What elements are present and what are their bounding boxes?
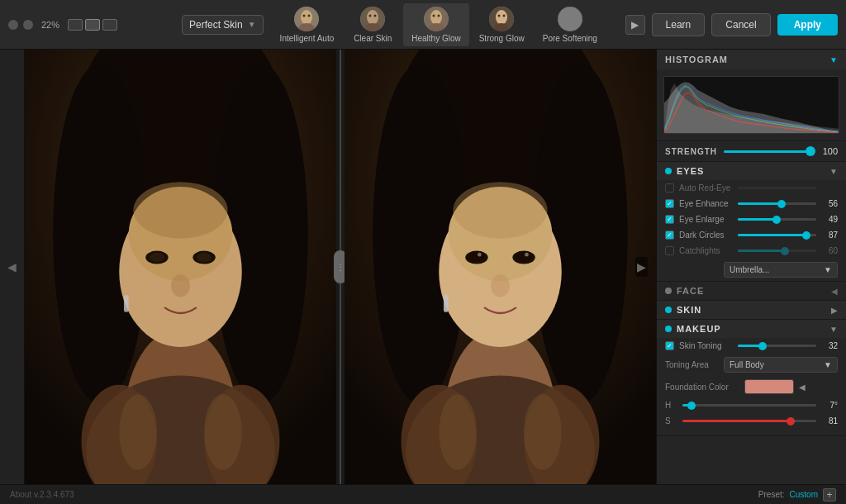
face-section: FACE ◀: [657, 282, 846, 301]
preset-clear-skin[interactable]: Clear Skin: [344, 3, 402, 46]
preset-intelligent-auto[interactable]: Intelligent Auto: [272, 3, 343, 46]
current-preset-name: Perfect Skin: [189, 19, 243, 31]
split-divider[interactable]: ⋮: [340, 50, 341, 484]
learn-button[interactable]: Learn: [652, 13, 706, 36]
toning-area-dropdown[interactable]: Full Body ▼: [724, 357, 838, 373]
auto-red-eye-checkbox[interactable]: [665, 183, 674, 193]
svg-point-54: [478, 253, 482, 257]
view-compare-icon[interactable]: [102, 19, 117, 31]
skin-arrow: ▶: [831, 306, 838, 315]
histogram-header[interactable]: HISTOGRAM ▼: [657, 50, 846, 69]
makeup-indicator: [665, 326, 672, 332]
strength-slider-fill: [724, 150, 810, 153]
eye-enlarge-label: Eye Enlarge: [679, 215, 733, 224]
catchlights-dropdown-arrow: ▼: [824, 265, 832, 274]
processed-photo-svg: [345, 50, 656, 484]
left-arrow-icon[interactable]: ◀: [7, 260, 17, 273]
skin-toning-checkbox[interactable]: ✓: [665, 341, 674, 350]
apply-button[interactable]: Apply: [777, 14, 838, 36]
cancel-button[interactable]: Cancel: [711, 13, 770, 36]
toning-area-label: Toning Area: [665, 360, 719, 369]
svg-point-31: [150, 253, 164, 262]
eye-enhance-row: ✓ Eye Enhance 56: [657, 196, 846, 212]
skin-header[interactable]: SKIN ▶: [657, 301, 846, 319]
preset-healthy-glow-label: Healthy Glow: [411, 34, 460, 43]
preset-strong-glow[interactable]: Strong Glow: [471, 3, 533, 46]
foundation-color-label: Foundation Color: [665, 383, 739, 392]
preset-strong-glow-icon: [489, 7, 514, 31]
eye-enlarge-checkbox[interactable]: ✓: [665, 215, 674, 224]
svg-point-33: [171, 274, 190, 297]
eyes-header[interactable]: EYES ▼: [657, 162, 846, 180]
eye-enhance-slider[interactable]: [738, 202, 816, 205]
view-split-icon[interactable]: [85, 19, 100, 31]
preset-label: Preset:: [758, 490, 785, 499]
svg-point-1: [301, 10, 312, 25]
svg-point-8: [369, 14, 372, 17]
dark-circles-slider[interactable]: [738, 234, 816, 236]
h-value: 7°: [821, 401, 838, 410]
preset-clear-skin-label: Clear Skin: [354, 34, 392, 43]
preset-pore-softening[interactable]: Pore Softening: [535, 3, 606, 46]
svg-point-19: [503, 14, 506, 17]
foundation-color-row: Foundation Color ◀: [657, 376, 846, 397]
svg-point-53: [516, 251, 533, 262]
catchlights-slider: [738, 250, 816, 252]
eye-enhance-checkbox[interactable]: ✓: [665, 199, 674, 208]
foundation-swatch-arrow[interactable]: ◀: [799, 383, 806, 392]
strength-slider-thumb: [806, 146, 815, 156]
skin-section: SKIN ▶: [657, 301, 846, 320]
svg-point-14: [437, 14, 440, 17]
catchlights-dropdown-row: Umbrella... ▼: [657, 259, 846, 281]
app-version: About v.2.3.4.673: [10, 490, 74, 499]
catchlights-checkbox[interactable]: [665, 246, 674, 255]
main-area: ◀: [0, 50, 846, 484]
preset-intelligent-auto-icon: [294, 7, 319, 31]
strength-slider[interactable]: [724, 150, 810, 153]
preset-strong-glow-label: Strong Glow: [479, 34, 525, 43]
face-arrow: ◀: [831, 287, 838, 296]
svg-point-55: [525, 253, 529, 257]
preset-selector[interactable]: Perfect Skin ▼: [182, 15, 264, 35]
s-slider[interactable]: [682, 420, 816, 422]
preset-healthy-glow[interactable]: Healthy Glow: [403, 3, 468, 46]
makeup-header[interactable]: MAKEUP ▼: [657, 320, 846, 338]
strength-row: STRENGTH 100: [657, 141, 846, 161]
toolbar: 22% Perfect Skin ▼ Intelligent Auto Clea…: [0, 0, 846, 50]
h-slider-row: H 7°: [657, 397, 846, 413]
svg-point-11: [430, 10, 442, 25]
add-preset-button[interactable]: +: [823, 488, 836, 502]
processed-photo-bg: [345, 50, 656, 484]
h-slider[interactable]: [682, 404, 816, 407]
zoom-level: 22%: [41, 20, 59, 30]
dark-circles-checkbox[interactable]: ✓: [665, 231, 674, 240]
skin-title: SKIN: [677, 305, 826, 315]
preset-clear-skin-icon: [360, 7, 385, 31]
histogram-title: HISTOGRAM: [665, 55, 728, 64]
catchlights-dropdown[interactable]: Umbrella... ▼: [724, 262, 838, 278]
face-header[interactable]: FACE ◀: [657, 282, 846, 300]
auto-red-eye-label: Auto Red-Eye: [679, 183, 733, 193]
toning-area-value: Full Body: [730, 360, 764, 369]
preset-pore-softening-icon: [558, 7, 582, 31]
svg-point-56: [491, 274, 510, 297]
s-label: S: [665, 416, 677, 426]
view-single-icon[interactable]: [68, 19, 83, 31]
skin-toning-slider[interactable]: [738, 345, 816, 347]
window-minimize-btn[interactable]: [8, 20, 18, 30]
eye-enlarge-slider[interactable]: [738, 218, 816, 221]
histogram-arrow: ▼: [829, 55, 838, 64]
nav-next-arrow[interactable]: ▶: [625, 15, 645, 35]
eyes-indicator: [665, 168, 672, 174]
eye-enlarge-value: 49: [821, 215, 838, 224]
original-photo-svg: [25, 50, 336, 484]
svg-point-13: [432, 14, 435, 17]
window-maximize-btn[interactable]: [23, 20, 33, 30]
h-label: H: [665, 401, 677, 410]
right-panel-arrow[interactable]: ▶: [635, 257, 648, 277]
face-title: FACE: [677, 286, 826, 296]
preset-intelligent-auto-label: Intelligent Auto: [280, 34, 335, 43]
catchlights-label: Catchlights: [679, 246, 733, 255]
skin-toning-label: Skin Toning: [679, 341, 733, 350]
foundation-color-swatch[interactable]: [744, 379, 794, 394]
